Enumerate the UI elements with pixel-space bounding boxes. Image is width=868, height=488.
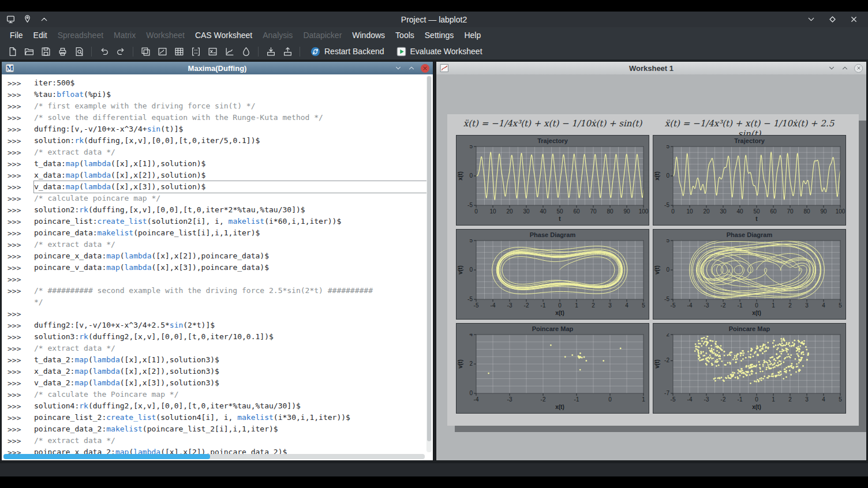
menu-item-spreadsheet: Spreadsheet [53, 28, 108, 42]
code-line: >>>/* solve the differential equation wi… [8, 112, 427, 123]
prompt: >>> [8, 437, 34, 445]
svg-text:1: 1 [772, 396, 775, 403]
svg-text:3: 3 [805, 302, 809, 309]
toolbar-new-workbook-button[interactable] [137, 44, 154, 59]
worksheet-titlebar[interactable]: Worksheet 1 [436, 62, 866, 74]
svg-text:x(t): x(t) [555, 404, 564, 410]
pin-icon[interactable] [23, 14, 32, 24]
plot-phase-diagram-1[interactable]: Phase Diagram-5-4-3-2-1012345-505x(t)v(t… [456, 229, 649, 320]
code-line: >>>duffing2:[v,-v/10+x-x^3/4+2.5*sin(2*t… [8, 320, 427, 331]
toolbar-print-preview-button[interactable] [71, 44, 87, 59]
toolbar-new-cas-button[interactable] [204, 44, 220, 59]
toolbar-import-button[interactable] [263, 44, 279, 59]
svg-text:-4: -4 [474, 396, 479, 403]
menu-item-help[interactable]: Help [459, 28, 486, 42]
toolbar-print-button[interactable] [54, 44, 70, 59]
prompt: >>> [8, 275, 34, 284]
svg-text:60: 60 [573, 208, 580, 215]
toolbar-new-doc-button[interactable] [4, 44, 20, 59]
toolbar-redo-button[interactable] [113, 44, 129, 59]
svg-text:-4: -4 [491, 302, 496, 309]
code-text [34, 273, 427, 285]
svg-text:-5: -5 [664, 296, 669, 302]
plot-phase-diagram-2[interactable]: Phase Diagram-5-4-3-2-1012345-505x(t)v(t… [653, 229, 846, 320]
toolbar-open-folder-button[interactable] [21, 44, 37, 59]
svg-text:-3: -3 [704, 396, 709, 403]
menu-item-tools[interactable]: Tools [390, 28, 420, 42]
toolbar-undo-button[interactable] [96, 44, 112, 59]
evaluate-worksheet-button[interactable]: Evaluate Worksheet [391, 44, 488, 59]
toolbar-new-plot-button[interactable] [221, 44, 237, 59]
cas-maximize-icon[interactable] [407, 64, 416, 72]
plot-poincare-map-1[interactable]: Poincare Map-4-3-2-101024x(t)v(t) [456, 323, 649, 414]
horizontal-scrollbar[interactable] [3, 454, 425, 459]
code-line: >>>solution4:rk(duffing2,[x,v],[0,0],[t,… [8, 400, 427, 412]
prompt: >>> [8, 137, 34, 145]
worksheet-maximize-icon[interactable] [841, 64, 849, 72]
worksheet-minimize-icon[interactable] [828, 64, 836, 72]
svg-text:0: 0 [755, 302, 758, 309]
svg-text:-1: -1 [738, 302, 743, 309]
cas-minimize-icon[interactable] [394, 64, 402, 72]
toolbar-datapicker-button[interactable] [238, 44, 254, 59]
code-line: >>>x_data:map(lambda([x],x[2]),solution)… [8, 170, 427, 181]
toolbar-export-button[interactable] [279, 44, 295, 59]
cas-console[interactable]: >>>iter:500$>>>%tau:bfloat(%pi)$>>>/* fi… [2, 74, 433, 460]
restart-backend-button[interactable]: Restart Backend [305, 44, 390, 59]
plot-trajectory-1[interactable]: Trajectory0102030405060708090100-505tx(t… [456, 135, 649, 226]
prompt: >>> [8, 264, 34, 272]
horizontal-scrollbar-thumb[interactable] [3, 454, 210, 459]
svg-text:v(t): v(t) [654, 265, 660, 275]
plot-canvas-poincare-map-1: -4-3-2-101024x(t)v(t) [457, 333, 649, 412]
maximize-icon[interactable] [828, 14, 837, 24]
plot-trajectory-2[interactable]: Trajectory0102030405060708090100-505tx(t… [653, 135, 846, 226]
toolbar-new-spreadsheet-button[interactable] [171, 44, 187, 59]
svg-text:4: 4 [469, 333, 473, 337]
restart-backend-icon [310, 47, 320, 57]
menu-item-cas-worksheet[interactable]: CAS Worksheet [190, 28, 257, 42]
toolbar-new-worksheet-button[interactable] [154, 44, 170, 59]
title-bar[interactable]: Project — labplot2 [0, 12, 868, 27]
svg-text:v(t): v(t) [654, 359, 660, 369]
menu-item-file[interactable]: File [5, 28, 28, 42]
new-spreadsheet-icon [174, 47, 184, 57]
code-line: >>>solution:rk(duffing,[x,v],[0,0],[t,0,… [8, 135, 427, 147]
svg-text:10: 10 [489, 208, 496, 215]
svg-text:2: 2 [469, 361, 473, 367]
svg-text:x(t): x(t) [654, 171, 660, 181]
menu-item-settings[interactable]: Settings [420, 28, 459, 42]
print-preview-icon [74, 47, 84, 57]
app-menu-icon[interactable] [6, 14, 16, 24]
cas-window-titlebar[interactable]: M Maxima(Duffing) [2, 62, 433, 74]
prompt: >>> [8, 79, 34, 88]
plot-poincare-map-2[interactable]: Poincare Map-5-4-3-2-10123452-2-7x(t)v(t… [653, 323, 846, 414]
prompt: >>> [8, 356, 34, 365]
toolbar-new-matrix-button[interactable] [188, 44, 204, 59]
main-window: Project — labplot2 FileEditSpreadsheetMa… [0, 12, 868, 476]
code-line: >>>/* extract data */ [8, 147, 427, 158]
worksheet-close-button[interactable] [854, 64, 863, 73]
svg-text:x(t): x(t) [457, 171, 463, 181]
menu-item-windows[interactable]: Windows [347, 28, 390, 42]
prompt: >>> [8, 425, 34, 434]
close-icon[interactable] [849, 14, 859, 24]
svg-text:t: t [559, 216, 561, 222]
svg-text:30: 30 [720, 208, 727, 215]
svg-text:x(t): x(t) [752, 310, 761, 316]
code-text [34, 308, 427, 320]
cas-close-button[interactable] [421, 64, 429, 73]
vertical-scrollbar-thumb[interactable] [427, 76, 431, 441]
code-text: */ [34, 296, 427, 308]
new-plot-icon [225, 47, 234, 57]
svg-text:2: 2 [666, 333, 669, 337]
toolbar-save-button[interactable] [38, 44, 54, 59]
menu-item-edit[interactable]: Edit [28, 28, 53, 42]
svg-text:80: 80 [803, 208, 810, 215]
code-line: */ [8, 296, 427, 308]
plot-canvas-poincare-map-2: -5-4-3-2-10123452-2-7x(t)v(t) [653, 333, 845, 412]
minimize-icon[interactable] [806, 14, 816, 24]
svg-text:20: 20 [506, 208, 513, 215]
redo-icon [116, 47, 126, 57]
vertical-scrollbar[interactable] [426, 76, 432, 452]
shade-icon[interactable] [39, 14, 49, 24]
